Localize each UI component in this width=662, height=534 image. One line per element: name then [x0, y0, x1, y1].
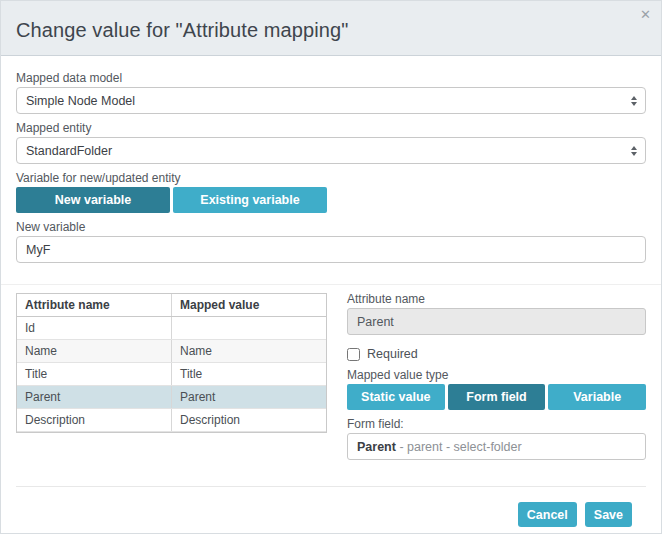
cell-mapped-value: Description: [172, 409, 327, 432]
cell-attribute-name: Description: [17, 409, 172, 432]
close-icon[interactable]: ✕: [640, 8, 651, 21]
form-field-input[interactable]: Parent - parent - select-folder: [347, 433, 646, 460]
mapped-data-model-select[interactable]: Simple Node Model: [16, 87, 646, 114]
attribute-name-label: Attribute name: [347, 293, 646, 306]
table-row[interactable]: Title Title: [17, 363, 326, 386]
new-variable-label: New variable: [16, 221, 646, 234]
select-stepper-icon: [631, 96, 637, 106]
mapped-entity-label: Mapped entity: [16, 122, 646, 135]
cell-mapped-value: Parent: [172, 386, 327, 409]
mapping-panes: Attribute name Mapped value Id Name: [16, 293, 646, 460]
form-field-value-secondary: - parent - select-folder: [396, 440, 522, 454]
table-row[interactable]: Id: [17, 317, 326, 340]
mapped-data-model-label: Mapped data model: [16, 72, 646, 85]
required-checkbox-row: Required: [347, 347, 646, 361]
mapped-value-type-label: Mapped value type: [347, 369, 646, 382]
existing-variable-toggle-button[interactable]: Existing variable: [173, 187, 327, 213]
dialog-title: Change value for "Attribute mapping": [16, 19, 348, 42]
variable-section-label: Variable for new/updated entity: [16, 172, 646, 185]
form-field-value-primary: Parent: [357, 440, 396, 454]
select-stepper-icon: [631, 146, 637, 156]
attribute-table-pane: Attribute name Mapped value Id Name: [16, 293, 327, 433]
variable-button[interactable]: Variable: [548, 384, 646, 410]
cell-attribute-name: Id: [17, 317, 172, 340]
attribute-mapping-table: Attribute name Mapped value Id Name: [16, 293, 327, 433]
table-row-selected[interactable]: Parent Parent: [17, 386, 326, 409]
attribute-name-readonly-field: Parent: [347, 308, 646, 335]
cell-mapped-value: [172, 317, 327, 340]
attribute-detail-pane: Attribute name Parent Required Mapped va…: [347, 293, 646, 460]
dialog-header: Change value for "Attribute mapping" ✕: [1, 1, 661, 56]
new-variable-toggle-button[interactable]: New variable: [16, 187, 170, 213]
dialog-body: Mapped data model Simple Node Model Mapp…: [1, 72, 661, 534]
mapped-entity-value: StandardFolder: [26, 144, 112, 158]
table-row[interactable]: Name Name: [17, 340, 326, 363]
static-value-button[interactable]: Static value: [347, 384, 445, 410]
attribute-name-value: Parent: [357, 315, 394, 329]
column-header-attribute-name: Attribute name: [17, 294, 172, 317]
change-value-dialog: Change value for "Attribute mapping" ✕ M…: [0, 0, 662, 534]
cell-attribute-name: Title: [17, 363, 172, 386]
cell-attribute-name: Name: [17, 340, 172, 363]
mapped-entity-select[interactable]: StandardFolder: [16, 137, 646, 164]
table-row[interactable]: Description Description: [17, 409, 326, 432]
section-divider: [1, 284, 661, 285]
column-header-mapped-value: Mapped value: [172, 294, 327, 317]
required-checkbox[interactable]: [347, 348, 360, 361]
cancel-button[interactable]: Cancel: [518, 502, 577, 527]
form-field-button[interactable]: Form field: [448, 384, 546, 410]
save-button[interactable]: Save: [585, 502, 632, 527]
mapped-value-type-group: Static value Form field Variable: [347, 384, 646, 410]
table-header-row: Attribute name Mapped value: [17, 294, 326, 317]
cell-attribute-name: Parent: [17, 386, 172, 409]
required-label: Required: [367, 347, 418, 361]
new-variable-input[interactable]: [16, 236, 646, 263]
dialog-footer: Cancel Save: [16, 486, 646, 534]
mapped-data-model-value: Simple Node Model: [26, 94, 135, 108]
cell-mapped-value: Name: [172, 340, 327, 363]
form-field-label: Form field:: [347, 418, 646, 431]
cell-mapped-value: Title: [172, 363, 327, 386]
variable-toggle-group: New variable Existing variable: [16, 187, 327, 213]
